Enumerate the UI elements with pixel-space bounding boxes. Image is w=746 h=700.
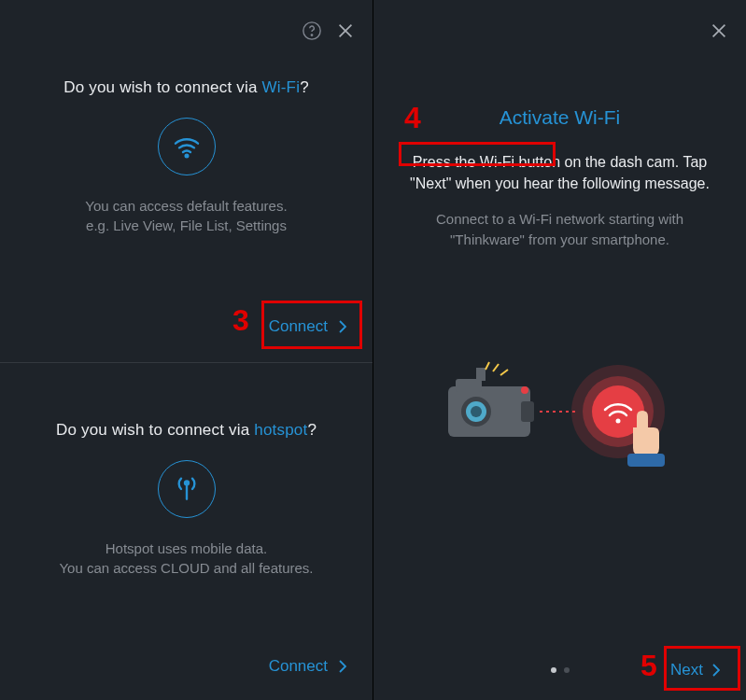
topbar-right [373,0,746,62]
svg-point-1 [311,35,312,35]
hotspot-connect-button[interactable]: Connect [269,657,346,676]
wifi-icon [158,118,216,175]
svg-rect-25 [627,454,665,467]
page-dots [551,667,570,673]
svg-rect-11 [476,368,486,381]
connection-choice-panel: Do you wish to connect via Wi-Fi? You ca… [0,0,373,700]
svg-point-19 [521,386,528,394]
svg-point-6 [185,481,189,484]
bottom-row: Next [373,661,746,679]
dot [564,667,570,673]
svg-point-4 [185,155,188,158]
activate-wifi-panel: Activate Wi-Fi Press the Wi-Fi button on… [373,0,746,700]
close-icon[interactable] [709,21,729,41]
next-button[interactable]: Next [670,661,720,679]
dot-active [551,667,556,673]
dashcam-illustration [373,351,746,482]
activate-title: Activate Wi-Fi [373,106,746,129]
hotspot-description: Hotspot uses mobile data. You can access… [19,539,354,578]
hotspot-icon [158,460,216,518]
svg-point-24 [615,418,620,423]
topbar [0,0,373,62]
svg-point-14 [471,406,482,417]
wifi-section: Do you wish to connect via Wi-Fi? You ca… [0,62,373,235]
wifi-connect-button[interactable]: Connect [269,317,346,336]
wifi-heading: Do you wish to connect via Wi-Fi? [19,78,354,97]
svg-line-16 [486,362,489,370]
hotspot-section: Do you wish to connect via hotspot? Hots… [0,363,373,578]
svg-line-18 [500,370,508,375]
hotspot-heading: Do you wish to connect via hotspot? [19,421,354,440]
svg-line-17 [493,364,499,371]
svg-rect-15 [521,401,534,422]
help-icon[interactable] [302,21,322,41]
svg-rect-10 [456,379,482,392]
activate-subtext: Connect to a Wi-Fi network starting with… [373,209,746,250]
wifi-description: You can access default features. e.g. Li… [19,196,354,235]
activate-instruction: Press the Wi-Fi button on the dash cam. … [373,151,746,194]
close-icon[interactable] [335,21,356,41]
